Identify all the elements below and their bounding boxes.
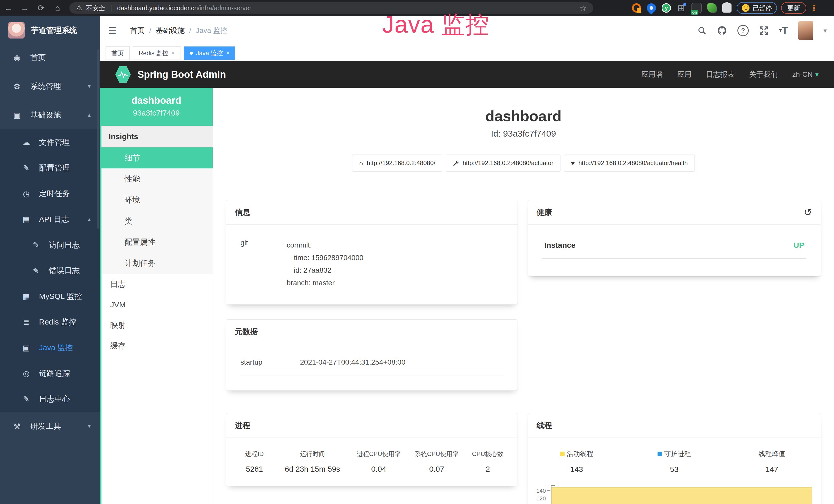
extensions-puzzle-icon[interactable] [722,3,731,13]
annotation-text: Java 监控 [382,9,489,41]
insights-section-label: Insights [100,126,213,147]
sidebar-item-devtools[interactable]: ⚒ 研发工具 ▾ [0,412,100,441]
sba-menu-environment[interactable]: 环境 [100,189,213,210]
sidebar-item-redis[interactable]: ≣ Redis 监控 [0,309,100,335]
sidebar-item-config[interactable]: ✎ 配置管理 [0,155,100,181]
extension-pin-icon[interactable] [645,2,658,15]
avatar-caret-icon[interactable]: ▾ [824,27,827,35]
sba-menu-metrics[interactable]: 性能 [100,168,213,189]
tab-redis-monitor[interactable]: Redis 监控 × [133,46,181,60]
cloud-upload-icon: ☁ [21,138,32,147]
sidebar-item-job[interactable]: ◷ 定时任务 [0,181,100,206]
breadcrumb-infra[interactable]: 基础设施 [156,26,185,36]
threads-legend: 活动线程 143 守护进程 53 线程峰值 147 [528,438,821,474]
breadcrumb-separator: / [149,26,151,35]
sba-menu-details[interactable]: 细节 [100,147,213,168]
sidebar-item-tracing[interactable]: ◎ 链路追踪 [0,361,100,386]
page-title: dashboard [213,107,834,124]
tab-home[interactable]: 首页 [106,46,130,60]
y-tick-mark [547,498,550,498]
health-url-button[interactable]: ♥ http://192.168.0.2:48080/actuator/heal… [564,155,695,171]
service-url-button[interactable]: ⌂ http://192.168.0.2:48080/ [352,155,442,171]
insights-group: 细节 性能 环境 类 配置属性 计划任务 [100,147,213,274]
monitor-chart-icon: ▣ [11,111,23,120]
paused-badge[interactable]: 已暂停 [737,2,777,14]
extension-leaf-icon[interactable] [707,3,717,13]
sba-logo-icon[interactable] [115,66,131,83]
sidebar-item-java-monitor[interactable]: ▣ Java 监控 [0,335,100,361]
github-icon[interactable] [717,25,727,36]
avatar[interactable] [798,21,813,40]
fullscreen-icon[interactable] [759,26,769,36]
paused-label: 已暂停 [752,4,772,12]
sba-menu-caches[interactable]: 缓存 [100,336,213,356]
help-icon[interactable]: ? [738,25,749,36]
sba-menu-configprops[interactable]: 配置属性 [100,232,213,253]
sba-menu-classes[interactable]: 类 [100,210,213,232]
browser-menu-icon[interactable]: ⋮ [810,3,818,13]
app-logo-avatar [8,22,25,39]
url-path: /infra/admin-server [198,4,251,12]
history-icon[interactable]: ↺ [804,207,812,218]
sba-nav-applications[interactable]: 应用 [677,70,692,79]
locale-selector[interactable]: zh-CN ▾ [792,70,818,78]
sidebar-item-file[interactable]: ☁ 文件管理 [0,130,100,155]
bookmark-star-icon[interactable]: ☆ [580,4,587,13]
extension-y-icon[interactable] [662,3,671,13]
timer-icon: ◷ [21,189,32,198]
instance-header[interactable]: dashboard 93a3fc7f7409 [100,88,213,126]
sidebar-item-system[interactable]: ⚙ 系统管理 ▾ [0,72,100,101]
close-icon[interactable]: × [226,50,229,56]
legend-peak-value: 147 [723,465,821,474]
health-instance-row[interactable]: Instance UP [528,225,821,250]
url-host: dashboard.yudao.iocoder.cn [117,4,198,12]
update-button[interactable]: 更新 [781,2,806,14]
extension-on-icon[interactable] [692,3,702,13]
sidebar-item-home[interactable]: ◉ 首页 [0,43,100,72]
sidebar-item-log-center[interactable]: ✎ 日志中心 [0,386,100,412]
search-icon[interactable] [697,26,707,35]
not-secure-label[interactable]: 不安全 [86,4,105,12]
sidebar-item-access-log[interactable]: ✎ 访问日志 [0,232,100,258]
sba-nav-wallboard[interactable]: 应用墙 [641,70,663,79]
actuator-url-button[interactable]: http://192.168.0.2:48080/actuator [446,155,561,171]
layers-icon: ≣ [21,318,32,327]
close-icon[interactable]: × [172,50,175,56]
sba-menu-jvm[interactable]: JVM [100,295,213,315]
sidebar-item-infra[interactable]: ▣ 基础设施 ▴ [0,101,100,130]
chevron-down-icon: ▾ [88,423,91,430]
breadcrumb-home[interactable]: 首页 [130,26,145,36]
address-divider: | [110,4,112,12]
process-col-system-cpu: 系统CPU使用率 0.07 [408,450,466,474]
eye-icon: ◎ [21,369,32,378]
y-tick-140: 140 [531,487,546,494]
extension-icon-1[interactable] [632,3,641,13]
edit-icon: ✎ [21,164,32,173]
address-bar[interactable]: ⚠ 不安全 | dashboard.yudao.iocoder.cn /infr… [69,2,593,14]
home-icon[interactable]: ⌂ [49,0,66,16]
sidebar-item-mysql[interactable]: ▦ MySQL 监控 [0,283,100,309]
sidebar-item-error-log[interactable]: ✎ 错误日志 [0,258,100,283]
legend-daemon-threads: 守护进程 53 [626,449,723,474]
forward-icon[interactable]: → [17,0,33,16]
sba-menu-mappings[interactable]: 映射 [100,315,213,336]
legend-blue-swatch [658,452,662,456]
sidebar-scrollbar[interactable] [97,49,100,229]
y-axis-top-tick [551,485,555,486]
sidebar-toggle-icon[interactable]: ☰ [108,25,116,36]
log-icon: ▤ [21,215,32,224]
sba-menu-scheduled-tasks[interactable]: 计划任务 [100,253,213,274]
sba-brand-title[interactable]: Spring Boot Admin [137,69,226,80]
tab-java-monitor[interactable]: Java 监控 × [184,46,235,60]
not-secure-warning-icon[interactable]: ⚠ [76,4,82,12]
sidebar-item-api-log[interactable]: ▤ API 日志 ▴ [0,206,100,232]
extension-grid-icon[interactable]: ⊞ [677,3,686,13]
font-size-icon[interactable]: тT [779,25,788,36]
sba-nav-journal[interactable]: 日志报表 [706,70,735,79]
back-icon[interactable]: ← [0,0,17,16]
sba-nav-about[interactable]: 关于我们 [749,70,778,79]
reload-icon[interactable]: ⟳ [33,0,49,16]
app-logo-row[interactable]: 芋道管理系统 [0,16,100,43]
sba-menu-logs[interactable]: 日志 [100,274,213,295]
database-icon: ▦ [21,292,32,301]
